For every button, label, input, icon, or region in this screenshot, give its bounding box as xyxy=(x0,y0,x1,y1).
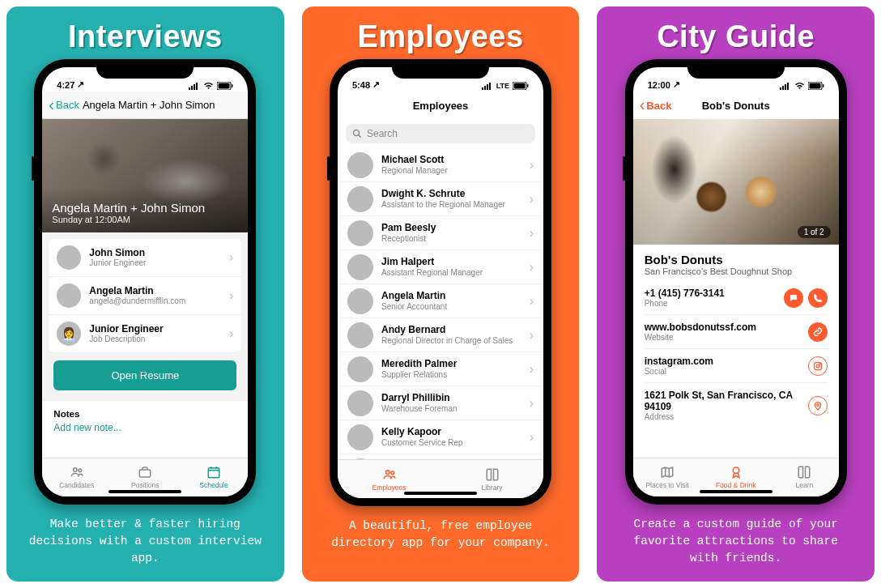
svg-rect-11 xyxy=(482,87,483,90)
status-time: 12:00 xyxy=(648,80,670,90)
chevron-right-icon: › xyxy=(530,294,534,309)
nav-title: Employees xyxy=(413,100,469,112)
avatar xyxy=(347,322,373,348)
hero-image[interactable]: 1 of 2 xyxy=(633,119,839,245)
hero-image: Angela Martin + John Simon Sunday at 12:… xyxy=(42,119,248,232)
svg-rect-12 xyxy=(484,86,486,90)
location-icon: ↗ xyxy=(77,79,84,90)
svg-rect-24 xyxy=(787,83,789,90)
back-button[interactable]: Back xyxy=(49,99,79,111)
chevron-right-icon: › xyxy=(229,326,233,341)
avatar xyxy=(347,390,373,416)
avatar xyxy=(347,424,373,450)
svg-rect-13 xyxy=(487,84,488,90)
add-note-link[interactable]: Add new note... xyxy=(42,422,248,445)
list-row[interactable]: 👩‍💼 Junior EngineerJob Description › xyxy=(49,315,241,352)
map-icon xyxy=(660,465,675,479)
home-indicator[interactable] xyxy=(404,492,477,495)
phone-mockup: 5:48↗ LTE Employees Search Michael Scott… xyxy=(330,59,551,506)
phone-mockup: 12:00↗ Back Bob's Donuts 1 of 2 Bob's Do… xyxy=(625,59,847,505)
list-row[interactable]: Kelly KapoorCustomer Service Rep› xyxy=(338,420,543,454)
avatar xyxy=(347,152,373,178)
open-resume-button[interactable]: Open Resume xyxy=(53,360,236,390)
phone-icon[interactable] xyxy=(808,288,828,308)
chevron-right-icon: › xyxy=(530,396,534,411)
location-icon: ↗ xyxy=(372,79,380,90)
info-row: instagram.comSocial xyxy=(645,348,828,382)
location-icon: ↗ xyxy=(673,79,680,90)
wifi-icon xyxy=(203,82,214,90)
list-row[interactable]: Meredith PalmerSupplier Relations› xyxy=(338,352,543,386)
panel-title: Employees xyxy=(357,19,523,54)
lte-label: LTE xyxy=(496,82,509,90)
list-row[interactable]: John SimonJunior Engineer › xyxy=(49,239,241,277)
panel-title: Interviews xyxy=(68,19,223,54)
svg-point-7 xyxy=(73,468,77,472)
battery-icon xyxy=(513,82,529,90)
list-row[interactable]: Pam BeeslyReceptionist› xyxy=(338,216,543,250)
list-row[interactable]: Jim HalpertAssistant Regional Manager› xyxy=(338,250,543,284)
list-row[interactable]: Dwight K. SchruteAssistant to the Region… xyxy=(338,182,543,216)
list-row[interactable]: Andy BernardRegional Director in Charge … xyxy=(338,318,543,352)
svg-point-32 xyxy=(733,467,739,474)
link-icon[interactable] xyxy=(808,322,828,342)
phone-notch xyxy=(392,59,489,79)
nav-bar: Back Angela Martin + John Simon xyxy=(42,92,248,119)
place-subtitle: San Francisco's Best Doughnut Shop xyxy=(645,266,828,276)
svg-point-18 xyxy=(354,130,360,136)
list-row[interactable]: Michael ScottRegional Manager› xyxy=(338,148,543,182)
chevron-right-icon: › xyxy=(530,226,534,241)
svg-rect-27 xyxy=(823,84,824,87)
svg-rect-1 xyxy=(191,86,193,90)
people-icon xyxy=(382,467,397,482)
avatar xyxy=(57,245,81,270)
place-title: Bob's Donuts xyxy=(645,253,828,266)
avatar: 👩‍💼 xyxy=(57,322,81,346)
status-time: 4:27 xyxy=(57,80,74,90)
avatar xyxy=(347,220,373,246)
svg-rect-26 xyxy=(809,83,820,89)
signal-icon xyxy=(482,82,493,90)
phone-mockup: 4:27↗ Back Angela Martin + John Simon An… xyxy=(34,59,256,505)
pin-icon[interactable] xyxy=(808,396,828,415)
panel-caption: A beautiful, free employee directory app… xyxy=(323,518,558,552)
back-button[interactable]: Back xyxy=(640,100,672,112)
chevron-right-icon: › xyxy=(530,362,534,377)
svg-point-8 xyxy=(79,469,82,472)
tab-schedule[interactable]: Schedule xyxy=(180,458,249,496)
book-icon xyxy=(797,465,811,479)
search-icon xyxy=(352,129,362,138)
panel-title: City Guide xyxy=(657,19,815,54)
chevron-right-icon: › xyxy=(530,158,534,173)
svg-rect-21 xyxy=(780,87,781,90)
nav-title: Angela Martin + John Simon xyxy=(83,99,241,111)
tab-places[interactable]: Places to Visit xyxy=(633,458,702,496)
instagram-icon[interactable] xyxy=(808,356,828,376)
chevron-right-icon: › xyxy=(229,288,233,303)
tab-candidates[interactable]: Candidates xyxy=(42,458,111,496)
phone-notch xyxy=(687,59,785,79)
battery-icon xyxy=(217,82,233,90)
nav-bar: Employees xyxy=(338,92,543,119)
ribbon-icon xyxy=(729,465,743,479)
info-row: +1 (415) 776-3141Phone xyxy=(645,281,828,314)
home-indicator[interactable] xyxy=(109,490,181,493)
svg-point-20 xyxy=(390,471,394,474)
image-pager: 1 of 2 xyxy=(798,226,831,238)
svg-rect-16 xyxy=(514,83,526,89)
list-row[interactable]: Angela Martinangela@dundermifflin.com › xyxy=(49,277,241,315)
chat-icon[interactable] xyxy=(784,288,803,308)
panel-caption: Make better & faster hiring decisions wi… xyxy=(28,516,262,567)
avatar xyxy=(347,186,373,212)
search-input[interactable]: Search xyxy=(346,124,535,143)
svg-rect-14 xyxy=(489,83,491,90)
signal-icon xyxy=(780,82,791,90)
home-indicator[interactable] xyxy=(700,490,772,493)
list-row[interactable]: Angela MartinSenior Accountant› xyxy=(338,284,543,318)
avatar xyxy=(347,356,373,382)
list-row[interactable]: Darryl PhillibinWarehouse Foreman› xyxy=(338,386,543,420)
avatar xyxy=(347,254,373,280)
svg-rect-17 xyxy=(527,84,529,87)
tab-learn[interactable]: Learn xyxy=(770,458,839,496)
info-row: www.bobsdonutssf.comWebsite xyxy=(645,314,828,348)
